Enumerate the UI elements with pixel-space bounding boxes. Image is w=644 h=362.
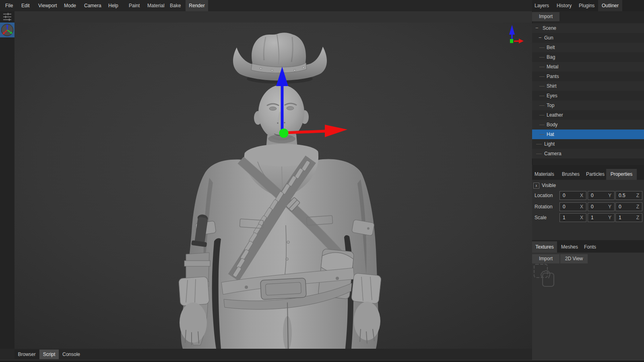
rotation-y-field[interactable]: 0Y — [588, 202, 615, 211]
scale-z-field[interactable]: 1Z — [615, 213, 642, 222]
tree-item-bag[interactable]: Bag — [532, 52, 644, 62]
visible-label: Visible — [542, 181, 556, 189]
location-y-field[interactable]: 0Y — [588, 191, 615, 200]
textures-panel: Import 2D View — [532, 253, 644, 360]
tree-item-scene[interactable]: −Scene — [532, 23, 644, 33]
tree-item-leather[interactable]: Leather — [532, 110, 644, 120]
drag-drop-icon — [533, 263, 556, 288]
visible-checkbox[interactable]: x — [533, 183, 539, 189]
tree-item-camera[interactable]: Camera — [532, 149, 644, 158]
assets-tab-bar: Textures Meshes Fonts — [532, 240, 644, 253]
scale-y-field[interactable]: 1Y — [588, 213, 615, 222]
tab-fonts[interactable]: Fonts — [584, 241, 596, 253]
minus-expander-icon[interactable]: − — [539, 33, 542, 43]
tab-paint[interactable]: Paint — [129, 0, 140, 11]
tab-meshes[interactable]: Meshes — [561, 241, 578, 253]
location-z-field[interactable]: 0.5Z — [615, 191, 642, 200]
textures-2dview-button[interactable]: 2D View — [560, 254, 588, 263]
tab-materials[interactable]: Materials — [535, 169, 554, 180]
tab-properties[interactable]: Properties — [606, 169, 637, 180]
tree-item-gun[interactable]: −Gun — [532, 33, 644, 43]
menu-camera[interactable]: Camera — [84, 0, 101, 11]
tree-item-eyes[interactable]: Eyes — [532, 91, 644, 101]
tab-history[interactable]: History — [557, 0, 572, 11]
tab-outliner[interactable]: Outliner — [598, 0, 622, 11]
menu-help[interactable]: Help — [108, 0, 118, 11]
tab-bake[interactable]: Bake — [170, 0, 181, 11]
axis-gizmo-icon — [0, 23, 14, 37]
tree-item-belt[interactable]: Belt — [532, 43, 644, 52]
tree-item-shirt[interactable]: Shirt — [532, 81, 644, 91]
tab-layers[interactable]: Layers — [535, 0, 549, 11]
menu-mode[interactable]: Mode — [64, 0, 76, 11]
properties-panel: x Visible Location 0X 0Y 0.5Z Rotation 0… — [532, 180, 644, 240]
tab-console[interactable]: Console — [60, 350, 83, 359]
properties-tab-bar: Materials Brushes Particles Properties — [532, 165, 644, 180]
footer-strip — [0, 360, 644, 362]
menu-bar: File Edit Viewport Mode Camera Help Pain… — [0, 0, 644, 12]
tree-item-metal[interactable]: Metal — [532, 62, 644, 72]
tab-particles[interactable]: Particles — [586, 169, 605, 180]
tab-brushes[interactable]: Brushes — [562, 169, 580, 180]
rotation-x-field[interactable]: 0X — [559, 202, 586, 211]
tab-browser[interactable]: Browser — [14, 350, 39, 359]
tab-material[interactable]: Material — [147, 0, 165, 11]
scale-row: Scale 1X 1Y 1Z — [532, 213, 644, 222]
rotation-z-field[interactable]: 0Z — [615, 202, 642, 211]
menu-edit[interactable]: Edit — [21, 0, 30, 11]
scale-x-field[interactable]: 1X — [559, 213, 586, 222]
tab-script[interactable]: Script — [39, 350, 59, 359]
outliner-import-button[interactable]: Import — [532, 12, 559, 21]
tab-textures[interactable]: Textures — [532, 241, 557, 253]
minus-expander-icon[interactable]: − — [535, 23, 539, 33]
axis-gizmo-button[interactable] — [0, 23, 14, 37]
3d-viewport[interactable] — [14, 23, 532, 349]
rotation-row: Rotation 0X 0Y 0Z — [532, 202, 644, 211]
viewport-render — [14, 23, 532, 349]
tree-item-top[interactable]: Top — [532, 101, 644, 110]
sliders-icon[interactable] — [3, 12, 12, 21]
tree-item-light[interactable]: Light — [532, 139, 644, 149]
location-row: Location 0X 0Y 0.5Z — [532, 191, 644, 200]
tab-render[interactable]: Render — [186, 0, 208, 11]
location-x-field[interactable]: 0X — [559, 191, 586, 200]
gizmo-origin[interactable] — [279, 129, 289, 138]
tab-plugins[interactable]: Plugins — [579, 0, 594, 11]
textures-import-button[interactable]: Import — [532, 254, 559, 263]
outliner-tree: −Scene −Gun Belt Bag Metal Pants Shirt E… — [532, 23, 644, 158]
tree-item-pants[interactable]: Pants — [532, 72, 644, 81]
viewport-toolbar-strip — [14, 11, 532, 23]
menu-viewport[interactable]: Viewport — [38, 0, 57, 11]
tree-item-hat-selected[interactable]: Hat — [532, 130, 644, 139]
left-toolbar — [0, 11, 14, 349]
tree-item-body[interactable]: Body — [532, 120, 644, 130]
gizmo-x-axis[interactable] — [287, 131, 326, 133]
bottom-tab-bar: Browser Script Console — [0, 349, 532, 360]
menu-file[interactable]: File — [5, 0, 13, 11]
